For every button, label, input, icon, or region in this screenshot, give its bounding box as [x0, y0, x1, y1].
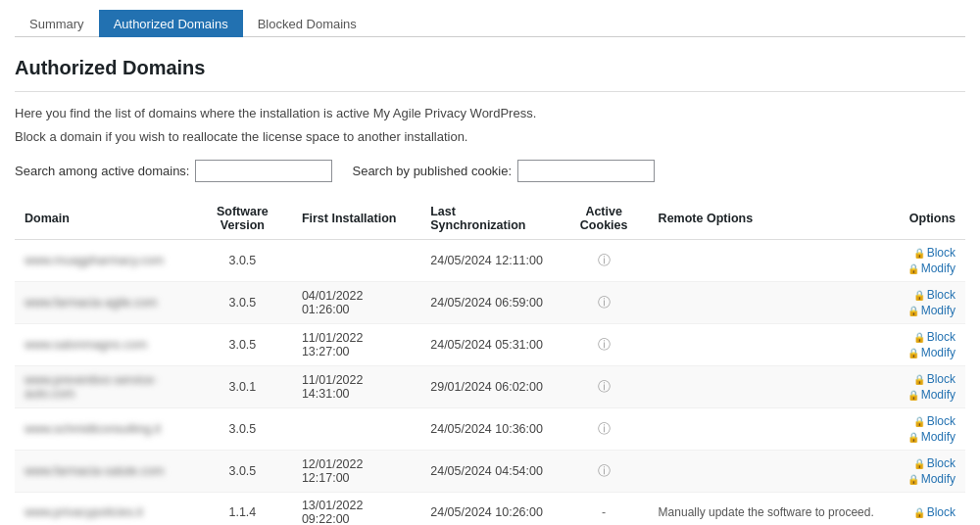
- search-active-group: Search among active domains:: [15, 160, 332, 182]
- search-bar: Search among active domains: Search by p…: [15, 160, 965, 182]
- cell-remote-options: [649, 240, 887, 282]
- cell-active-cookies[interactable]: ⓘ: [560, 408, 649, 451]
- info-icon[interactable]: ⓘ: [598, 295, 611, 310]
- info-icon[interactable]: ⓘ: [598, 421, 611, 436]
- cell-first-install: 04/01/2022 01:26:00: [292, 282, 420, 324]
- lock-icon: 🔒: [913, 290, 925, 301]
- info-icon[interactable]: ⓘ: [598, 463, 611, 478]
- search-cookie-input[interactable]: [517, 160, 655, 182]
- cell-domain: www.salonmagno.com: [15, 324, 193, 366]
- cell-first-install: 11/01/2022 13:27:00: [292, 324, 420, 366]
- block-link[interactable]: 🔒Block: [913, 246, 956, 260]
- lock-icon: 🔒: [907, 432, 919, 443]
- cell-active-cookies[interactable]: ⓘ: [560, 240, 649, 282]
- cell-active-cookies: -: [560, 493, 649, 526]
- action-links: 🔒Block🔒Modify: [896, 288, 956, 317]
- modify-link[interactable]: 🔒Modify: [907, 472, 956, 486]
- col-header-last: Last Synchronization: [420, 198, 559, 240]
- cell-remote-options: [649, 408, 887, 451]
- cell-options: 🔒Block🔒Modify: [886, 282, 965, 324]
- col-header-options: Options: [886, 198, 965, 240]
- cell-active-cookies[interactable]: ⓘ: [560, 451, 649, 493]
- info-icon[interactable]: ⓘ: [598, 253, 611, 267]
- cell-active-cookies[interactable]: ⓘ: [560, 366, 649, 408]
- table-row: www.farmacia-salute.com3.0.512/01/2022 1…: [15, 451, 965, 493]
- action-links: 🔒Block: [896, 505, 956, 519]
- cell-last-sync: 24/05/2024 12:11:00: [420, 240, 559, 282]
- action-links: 🔒Block🔒Modify: [896, 372, 956, 402]
- cell-last-sync: 24/05/2024 10:26:00: [420, 493, 559, 526]
- col-header-domain: Domain: [15, 198, 193, 240]
- lock-icon: 🔒: [907, 390, 919, 401]
- info-icon[interactable]: ⓘ: [598, 337, 611, 352]
- cell-options: 🔒Block🔒Modify: [886, 324, 965, 366]
- cell-active-cookies[interactable]: ⓘ: [560, 324, 649, 366]
- cell-options: 🔒Block🔒Modify: [886, 366, 965, 408]
- modify-link[interactable]: 🔒Modify: [907, 430, 956, 444]
- action-links: 🔒Block🔒Modify: [896, 456, 956, 486]
- cell-domain: www.preventivo-service-auto.com: [15, 366, 193, 408]
- col-header-remote: Remote Options: [649, 198, 887, 240]
- action-links: 🔒Block🔒Modify: [896, 414, 956, 444]
- table-row: www.preventivo-service-auto.com3.0.111/0…: [15, 366, 965, 408]
- block-link[interactable]: 🔒Block: [913, 505, 956, 519]
- col-header-software: Software Version: [193, 198, 292, 240]
- remote-note-text: Manually update the software to proceed.: [659, 505, 874, 519]
- col-header-first: First Installation: [292, 198, 420, 240]
- tabs-container: Summary Authorized Domains Blocked Domai…: [15, 10, 965, 37]
- cell-active-cookies[interactable]: ⓘ: [560, 282, 649, 324]
- table-row: www.muagpharmacy.com3.0.524/05/2024 12:1…: [15, 240, 965, 282]
- info-icon[interactable]: ⓘ: [598, 379, 611, 394]
- cell-last-sync: 24/05/2024 06:59:00: [420, 282, 559, 324]
- cell-first-install: [292, 240, 420, 282]
- cell-remote-options: [649, 282, 887, 324]
- table-row: www.salonmagno.com3.0.511/01/2022 13:27:…: [15, 324, 965, 366]
- table-row: www.privacypolicies.it1.1.413/01/2022 09…: [15, 493, 965, 526]
- col-header-cookies: Active Cookies: [560, 198, 649, 240]
- cell-options: 🔒Block🔒Modify: [886, 451, 965, 493]
- block-link[interactable]: 🔒Block: [913, 288, 956, 302]
- cell-domain: www.farmacia-agile.com: [15, 282, 193, 324]
- search-active-label: Search among active domains:: [15, 164, 189, 178]
- cell-domain: www.schmidtconsulting.it: [15, 408, 193, 451]
- lock-icon: 🔒: [913, 374, 925, 385]
- cell-domain: www.privacypolicies.it: [15, 493, 193, 526]
- modify-link[interactable]: 🔒Modify: [907, 388, 956, 402]
- tab-summary[interactable]: Summary: [15, 10, 99, 37]
- action-links: 🔒Block🔒Modify: [896, 246, 956, 275]
- cell-software: 3.0.5: [193, 240, 292, 282]
- cell-first-install: 11/01/2022 14:31:00: [292, 366, 420, 408]
- description-line2: Block a domain if you wish to reallocate…: [15, 127, 965, 147]
- cell-options: 🔒Block🔒Modify: [886, 408, 965, 451]
- cell-first-install: 12/01/2022 12:17:00: [292, 451, 420, 493]
- cell-software: 3.0.5: [193, 408, 292, 451]
- cell-domain: www.muagpharmacy.com: [15, 240, 193, 282]
- table-header-row: Domain Software Version First Installati…: [15, 198, 965, 240]
- cell-first-install: [292, 408, 420, 451]
- lock-icon: 🔒: [907, 474, 919, 485]
- modify-link[interactable]: 🔒Modify: [907, 304, 956, 317]
- cell-last-sync: 24/05/2024 05:31:00: [420, 324, 559, 366]
- lock-icon: 🔒: [913, 332, 925, 343]
- cell-software: 3.0.5: [193, 282, 292, 324]
- search-active-input[interactable]: [195, 160, 332, 182]
- cell-remote-options: Manually update the software to proceed.: [649, 493, 887, 526]
- block-link[interactable]: 🔒Block: [913, 456, 956, 470]
- description-line1: Here you find the list of domains where …: [15, 104, 965, 123]
- lock-icon: 🔒: [907, 306, 919, 316]
- block-link[interactable]: 🔒Block: [913, 372, 956, 386]
- cell-first-install: 13/01/2022 09:22:00: [292, 493, 420, 526]
- search-cookie-group: Search by published cookie:: [352, 160, 655, 182]
- lock-icon: 🔒: [907, 348, 919, 358]
- tab-blocked[interactable]: Blocked Domains: [243, 10, 371, 37]
- modify-link[interactable]: 🔒Modify: [907, 346, 956, 359]
- action-links: 🔒Block🔒Modify: [896, 330, 956, 359]
- block-link[interactable]: 🔒Block: [913, 414, 956, 428]
- cell-software: 3.0.5: [193, 324, 292, 366]
- cell-last-sync: 24/05/2024 10:36:00: [420, 408, 559, 451]
- modify-link[interactable]: 🔒Modify: [907, 262, 956, 275]
- cell-software: 3.0.1: [193, 366, 292, 408]
- block-link[interactable]: 🔒Block: [913, 330, 956, 344]
- cell-remote-options: [649, 366, 887, 408]
- tab-authorized[interactable]: Authorized Domains: [99, 10, 243, 37]
